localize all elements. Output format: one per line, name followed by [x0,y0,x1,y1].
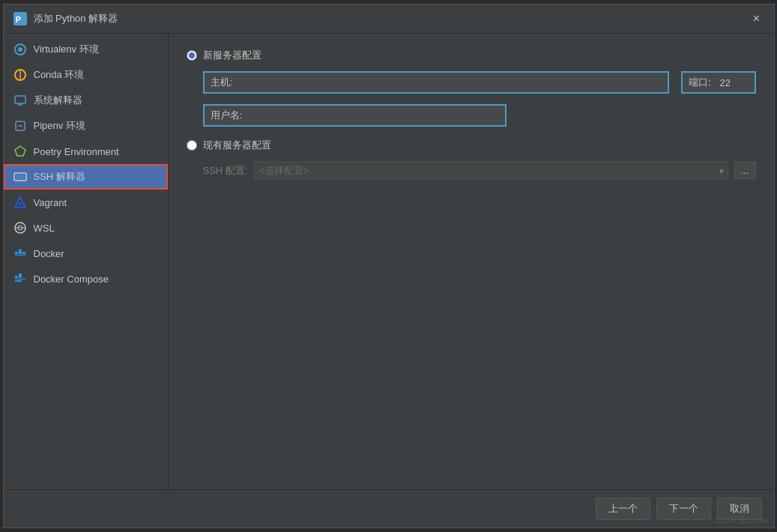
new-server-radio-row: 新服务器配置 [187,49,756,62]
system-icon [13,93,28,108]
username-label: 用户名: [205,106,249,125]
wsl-icon [13,220,28,235]
sidebar-item-label: Virtualenv 环境 [34,43,99,56]
sidebar-item-conda[interactable]: Conda 环境 [4,62,168,88]
sidebar-item-label: Docker Compose [34,273,109,285]
pipenv-icon [13,118,28,133]
sidebar-item-label: Docker [34,248,64,259]
sidebar-item-ssh[interactable]: SSH 解释器 [4,164,168,190]
svg-marker-10 [15,146,25,156]
new-server-radio[interactable] [187,50,197,61]
compose-icon [13,271,28,286]
port-input-group: 端口: [681,71,756,94]
new-server-label[interactable]: 新服务器配置 [203,49,261,62]
next-button[interactable]: 下一个 [656,498,711,520]
existing-server-radio-row: 现有服务器配置 [187,139,756,152]
ssh-icon [13,169,28,184]
svg-rect-22 [22,252,25,254]
ssh-config-select[interactable]: <选择配置> [254,161,728,180]
close-button[interactable]: × [749,10,765,27]
existing-server-label[interactable]: 现有服务器配置 [203,139,271,152]
sidebar-item-compose[interactable]: Docker Compose [4,266,168,291]
prev-button[interactable]: 上一个 [596,498,650,520]
existing-server-radio[interactable] [187,140,197,151]
ssh-more-button[interactable]: ... [734,162,756,179]
svg-rect-24 [15,255,25,256]
sidebar-item-vagrant[interactable]: V Vagrant [4,190,168,215]
username-row: 用户名: [203,103,756,127]
main-dialog: P 添加 Python 解释器 × Virtualenv 环境 Conda 环境 [3,4,775,528]
svg-rect-6 [15,96,25,103]
sidebar-item-label: WSL [34,223,55,234]
sidebar-item-label: 系统解释器 [34,94,82,107]
sidebar-item-label: Pipenv 环境 [34,119,85,133]
sidebar-item-wsl[interactable]: WSL [4,215,168,241]
svg-rect-29 [15,280,22,282]
svg-rect-23 [19,250,22,252]
port-input[interactable] [717,74,755,91]
dialog-body: Virtualenv 环境 Conda 环境 系统解释器 Pipenv 环境 [4,34,774,489]
username-input-group: 用户名: [203,104,507,127]
sidebar-item-virtualenv[interactable]: Virtualenv 环境 [4,37,168,62]
sidebar: Virtualenv 环境 Conda 环境 系统解释器 Pipenv 环境 [4,34,169,489]
port-label: 端口: [683,73,717,92]
svg-rect-27 [19,273,22,276]
app-icon: P [13,11,28,26]
dialog-title: 添加 Python 解释器 [34,12,118,25]
poetry-icon [13,144,28,159]
sidebar-item-label: Poetry Environment [34,146,119,157]
ssh-config-row: SSH 配置: <选择配置> ▼ ... [203,161,756,180]
host-label: 主机: [205,73,239,92]
vagrant-icon: V [13,195,28,210]
svg-text:P: P [15,15,20,24]
title-bar-left: P 添加 Python 解释器 [13,11,118,26]
docker-icon [13,246,28,261]
dialog-footer: 上一个 下一个 取消 [4,489,774,528]
username-input[interactable] [248,107,505,124]
sidebar-item-system[interactable]: 系统解释器 [4,88,168,113]
sidebar-item-label: SSH 解释器 [34,170,85,184]
sidebar-item-poetry[interactable]: Poetry Environment [4,139,168,164]
svg-rect-25 [15,276,18,278]
sidebar-item-label: Conda 环境 [34,68,85,82]
svg-rect-11 [14,173,26,181]
host-input-group: 主机: [203,71,669,94]
svg-point-3 [18,47,22,52]
svg-text:V: V [18,201,22,208]
host-input[interactable] [238,74,668,91]
sidebar-item-pipenv[interactable]: Pipenv 环境 [4,113,168,139]
svg-rect-28 [15,279,25,279]
conda-icon [13,67,28,82]
watermark: CSDN @Jxinna [715,516,767,525]
virtualenv-icon [13,42,28,57]
ssh-config-label: SSH 配置: [203,164,248,178]
title-bar: P 添加 Python 解释器 × [4,4,774,34]
content-area: 新服务器配置 主机: 端口: 用户名: [169,34,774,489]
svg-rect-20 [15,252,18,254]
ssh-select-wrap: <选择配置> ▼ [254,161,728,180]
sidebar-item-label: Vagrant [34,197,67,208]
sidebar-item-docker[interactable]: Docker [4,241,168,266]
svg-rect-26 [19,276,22,278]
svg-rect-21 [19,252,22,254]
